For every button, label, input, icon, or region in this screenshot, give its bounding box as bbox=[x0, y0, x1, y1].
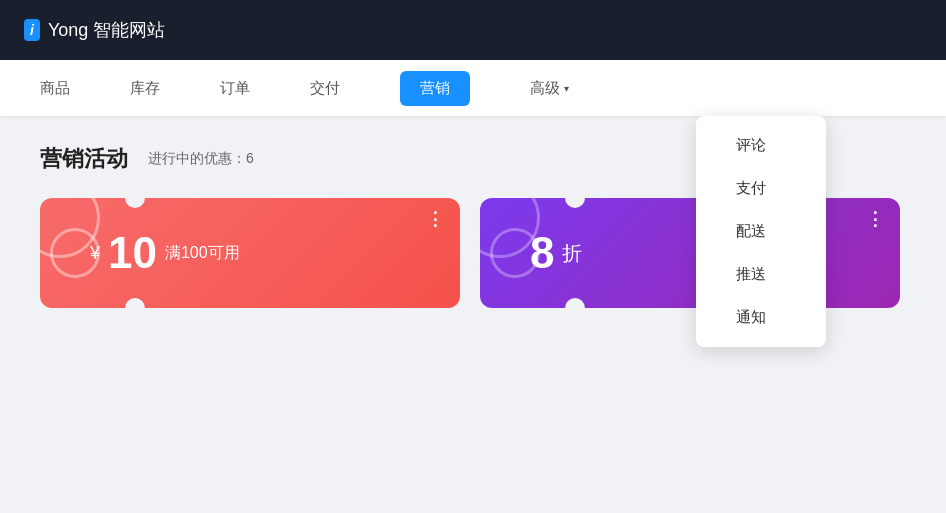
nav-item-inventory[interactable]: 库存 bbox=[130, 73, 160, 104]
card-notch-bottom-purple bbox=[565, 298, 585, 308]
dropdown-item-notify[interactable]: 通知 bbox=[696, 296, 826, 339]
dropdown-item-payment[interactable]: 支付 bbox=[696, 167, 826, 210]
nav-item-marketing[interactable]: 营销 bbox=[400, 71, 470, 106]
decoration-circle-4 bbox=[490, 228, 540, 278]
card-notch-top bbox=[125, 198, 145, 208]
card-menu-button-purple[interactable]: ⋮ bbox=[866, 208, 886, 230]
dropdown-item-reviews[interactable]: 评论 bbox=[696, 124, 826, 167]
main-nav: 商品 库存 订单 交付 营销 高级 ▾ 评论 支付 配送 推送 通知 bbox=[0, 60, 946, 116]
coupon-card-purple: 8 折 ⋮ bbox=[480, 198, 900, 308]
dropdown-item-push[interactable]: 推送 bbox=[696, 253, 826, 296]
card-discount-label: 折 bbox=[562, 240, 582, 267]
nav-item-orders[interactable]: 订单 bbox=[220, 73, 250, 104]
coupon-card-red: ¥ 10 满100可用 ⋮ bbox=[40, 198, 460, 308]
card-notch-top-purple bbox=[565, 198, 585, 208]
card-menu-button-red[interactable]: ⋮ bbox=[426, 208, 446, 230]
header: i Yong 智能网站 bbox=[0, 0, 946, 60]
nav-item-advanced[interactable]: 高级 ▾ bbox=[530, 73, 569, 104]
card-condition: 满100可用 bbox=[165, 243, 240, 264]
logo-icon: i bbox=[24, 19, 40, 41]
advanced-dropdown: 评论 支付 配送 推送 通知 bbox=[696, 116, 826, 347]
active-promotions-label: 进行中的优惠：6 bbox=[148, 150, 254, 168]
nav-item-goods[interactable]: 商品 bbox=[40, 73, 70, 104]
logo[interactable]: i Yong 智能网站 bbox=[24, 18, 165, 42]
nav-item-delivery[interactable]: 交付 bbox=[310, 73, 340, 104]
dropdown-item-shipping[interactable]: 配送 bbox=[696, 210, 826, 253]
chevron-down-icon: ▾ bbox=[564, 83, 569, 94]
logo-brand: Yong 智能网站 bbox=[48, 18, 165, 42]
page-title: 营销活动 bbox=[40, 144, 128, 174]
decoration-circle-2 bbox=[50, 228, 100, 278]
card-notch-bottom bbox=[125, 298, 145, 308]
card-amount: 10 bbox=[108, 231, 157, 275]
card-content-red: ¥ 10 满100可用 bbox=[90, 231, 240, 275]
